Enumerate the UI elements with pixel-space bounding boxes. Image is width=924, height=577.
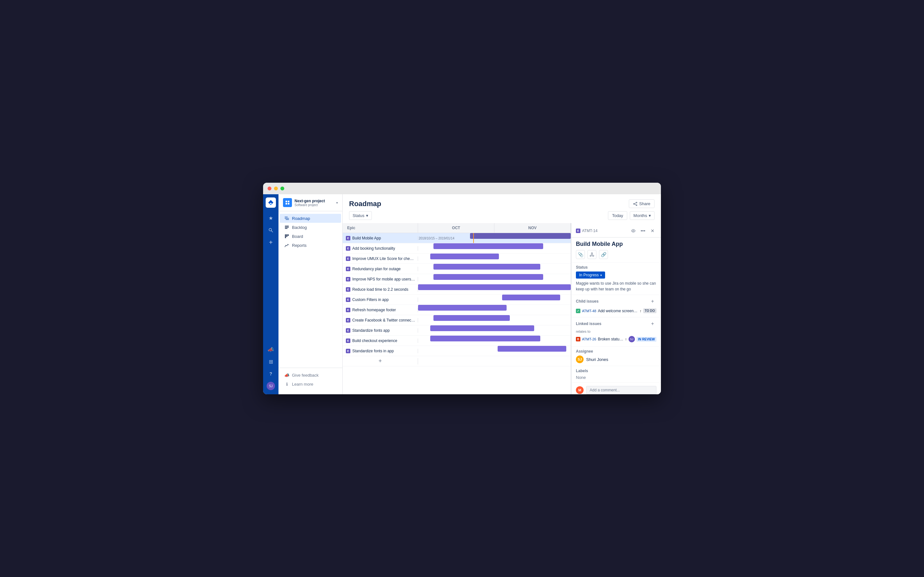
timeline-cell (418, 315, 571, 325)
epic-type-icon: E (346, 236, 351, 240)
gantt-row[interactable]: ERedundancy plan for outage (342, 264, 571, 274)
sidebar-item-learn[interactable]: ℹ Learn more (280, 380, 341, 388)
announcements-icon[interactable]: 📣 (266, 344, 276, 355)
epic-cell[interactable]: EImprove NPS for mobile app users by ... (342, 277, 418, 282)
epic-type-icon: E (346, 328, 351, 333)
add-child-button[interactable]: + (649, 298, 656, 305)
sidebar-item-backlog[interactable]: Backlog (280, 223, 341, 232)
create-icon[interactable]: + (266, 237, 276, 247)
gantt-bar[interactable] (433, 315, 510, 321)
reports-icon (284, 243, 289, 248)
search-icon[interactable] (266, 225, 276, 235)
roadmap-area: Epic OCT NOV EBuild Mobile App2018/10/15… (342, 223, 661, 394)
add-epic-button[interactable]: + (377, 358, 383, 364)
apps-icon[interactable]: ⊞ (266, 356, 276, 367)
epic-cell[interactable]: EBuild Mobile App (342, 236, 418, 240)
close-detail-button[interactable]: ✕ (649, 227, 656, 235)
close-button[interactable] (268, 187, 271, 190)
months-button[interactable]: Months ▾ (630, 211, 654, 220)
timeline-cell (418, 295, 571, 305)
gantt-bar[interactable] (433, 243, 543, 249)
project-header[interactable]: Next-gen project Software project ▾ (278, 194, 342, 211)
favorites-icon[interactable]: ★ (266, 213, 276, 223)
sidebar-item-board[interactable]: Board (280, 232, 341, 241)
today-button[interactable]: Today (608, 211, 628, 220)
watch-button[interactable] (630, 227, 637, 235)
gantt-bar[interactable] (433, 264, 540, 269)
gantt-row[interactable]: EAdd booking functionality (342, 243, 571, 253)
gantt-bar[interactable] (498, 346, 566, 351)
help-icon[interactable]: ? (266, 369, 276, 379)
child-icon (590, 252, 594, 257)
attach-button[interactable]: 📎 (576, 250, 585, 259)
detail-header: E ATMT-14 ••• ✕ (572, 223, 661, 237)
epic-cell[interactable]: ERedundancy plan for outage (342, 267, 418, 271)
gantt-bar[interactable] (470, 233, 571, 239)
share-button[interactable]: Share (629, 199, 654, 208)
labels-label: Labels (576, 369, 656, 373)
status-label: Status (576, 265, 656, 269)
gantt-row[interactable]: ERefresh homepage footer (342, 305, 571, 315)
comment-avatar: M (576, 386, 583, 394)
sidebar-item-roadmap[interactable]: Roadmap (280, 214, 341, 223)
profile-icon[interactable]: SJ (266, 381, 276, 391)
epic-cell[interactable]: EReduce load time to 2.2 seconds (342, 287, 418, 292)
month-nov: NOV (494, 223, 571, 233)
child-create-button[interactable] (588, 250, 596, 259)
child-issue-item[interactable]: ✓ ATMT-48 Add welcome screen for m... ↑ … (576, 307, 656, 314)
maximize-button[interactable] (280, 187, 284, 190)
sidebar-item-feedback[interactable]: 📣 Give feedback (280, 371, 341, 380)
more-button[interactable]: ••• (639, 227, 647, 235)
gantt-row[interactable]: EImprove NPS for mobile app users by ... (342, 274, 571, 284)
epic-label: Improve NPS for mobile app users by ... (352, 277, 415, 282)
epic-cell[interactable]: EStandardize fonts in app (342, 349, 418, 353)
detail-title: Build Mobile App (572, 237, 661, 250)
epic-label: Build Mobile App (352, 236, 381, 240)
svg-line-1 (271, 231, 273, 232)
comment-input[interactable]: Add a comment... (586, 386, 656, 394)
linked-priority-icon: ↑ (625, 337, 627, 341)
gantt-bar[interactable] (433, 274, 543, 280)
gantt-bar[interactable] (418, 305, 507, 311)
sidebar-item-reports[interactable]: Reports (280, 241, 341, 250)
gantt-row[interactable]: EImprove UMUX Lite Score for checko... (342, 253, 571, 264)
epic-cell[interactable]: ECustom Filters in app (342, 298, 418, 302)
feedback-icon: 📣 (284, 372, 289, 378)
backlog-icon (284, 225, 289, 230)
epic-cell[interactable]: EImprove UMUX Lite Score for checko... (342, 256, 418, 261)
add-link-button[interactable]: + (649, 320, 656, 327)
linked-issue-item[interactable]: B ATMT-26 Broken status ind... ↑ SJ IN R… (576, 335, 656, 343)
gantt-bar[interactable] (430, 335, 540, 342)
gantt-row[interactable]: ECustom Filters in app (342, 295, 571, 305)
status-filter-button[interactable]: Status ▾ (349, 211, 372, 220)
project-chevron-icon: ▾ (336, 201, 338, 205)
assignee-name: Shuri Jones (586, 357, 608, 362)
timeline-cell: 2018/10/15 – 2019/01/14 (418, 233, 571, 243)
minimize-button[interactable] (274, 187, 278, 190)
status-badge[interactable]: In Progress ▾ (576, 271, 605, 279)
share-icon (633, 201, 638, 206)
gantt-row[interactable]: EBuild checkout experience (342, 335, 571, 346)
epic-cell[interactable]: EStandardize fonts app (342, 328, 418, 333)
epic-cell[interactable]: EAdd booking functionality (342, 246, 418, 251)
link-button[interactable]: 🔗 (599, 250, 608, 259)
share-label: Share (639, 201, 650, 206)
epic-cell[interactable]: ERefresh homepage footer (342, 308, 418, 312)
epic-cell[interactable]: EBuild checkout experience (342, 338, 418, 343)
app-logo[interactable] (266, 197, 276, 208)
svg-rect-14 (288, 234, 289, 236)
epic-type-icon: E (346, 298, 351, 302)
gantt-row[interactable]: EReduce load time to 2.2 seconds (342, 284, 571, 295)
gantt-row[interactable]: EStandardize fonts in app (342, 346, 571, 356)
epic-cell[interactable]: ECreate Facebook & Twitter connector (342, 318, 418, 322)
gantt-row[interactable]: EBuild Mobile App2018/10/15 – 2019/01/14 (342, 233, 571, 243)
gantt-bar[interactable] (502, 295, 560, 300)
gantt-row[interactable]: ECreate Facebook & Twitter connector (342, 315, 571, 326)
detail-description: Maggie wants to use Jira on mobile so sh… (576, 280, 656, 292)
gantt-bar[interactable] (418, 284, 571, 290)
gantt-row[interactable]: EStandardize fonts app (342, 326, 571, 335)
linked-issues-section: Linked issues + relates to B ATMT-26 Bro… (572, 317, 661, 346)
gantt-bar[interactable] (430, 326, 534, 331)
svg-line-18 (635, 203, 636, 203)
gantt-bar[interactable] (430, 253, 499, 259)
